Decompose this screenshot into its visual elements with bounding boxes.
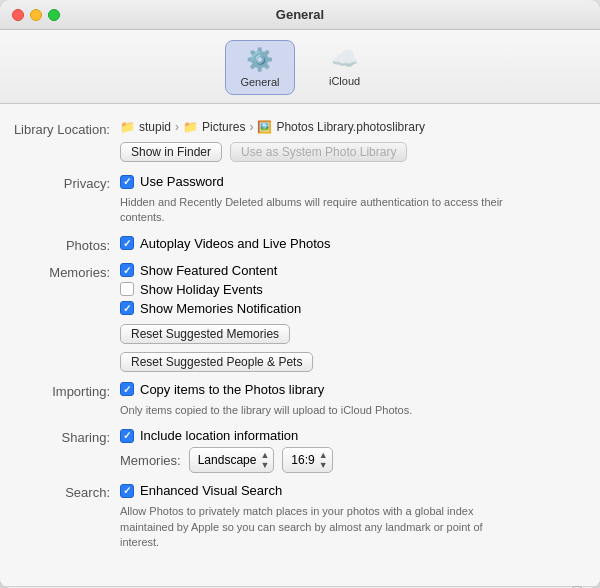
path-folder2: Pictures	[202, 120, 245, 134]
enhanced-search-row: Enhanced Visual Search	[120, 483, 570, 498]
icloud-label: iCloud	[329, 75, 360, 87]
sharing-row: Sharing: Include location information Me…	[10, 428, 570, 473]
settings-content: Library Location: 📁 stupid › 📁 Pictures …	[0, 104, 600, 586]
general-icon: ⚙️	[246, 47, 273, 73]
search-label: Search:	[10, 483, 120, 500]
location-checkbox[interactable]	[120, 429, 134, 443]
importing-content: Copy items to the Photos library Only it…	[120, 382, 570, 418]
traffic-lights	[12, 9, 60, 21]
enhanced-search-checkbox[interactable]	[120, 484, 134, 498]
maximize-button[interactable]	[48, 9, 60, 21]
autoplay-checkbox[interactable]	[120, 236, 134, 250]
holiday-events-checkbox[interactable]	[120, 282, 134, 296]
library-location-label: Library Location:	[10, 120, 120, 137]
landscape-value: Landscape	[198, 453, 257, 467]
copy-items-checkbox[interactable]	[120, 382, 134, 396]
privacy-sub-text: Hidden and Recently Deleted albums will …	[120, 195, 520, 226]
use-password-label: Use Password	[140, 174, 224, 189]
privacy-label: Privacy:	[10, 174, 120, 191]
photos-label: Photos:	[10, 236, 120, 253]
location-label: Include location information	[140, 428, 298, 443]
copy-items-label: Copy items to the Photos library	[140, 382, 324, 397]
path-file: Photos Library.photoslibrary	[276, 120, 425, 134]
memories-notification-row: Show Memories Notification	[120, 301, 570, 316]
close-button[interactable]	[12, 9, 24, 21]
ratio-arrow-icon: ▲▼	[319, 450, 328, 470]
library-file-icon: 🖼️	[257, 120, 272, 134]
title-bar: General	[0, 0, 600, 30]
ratio-value: 16:9	[291, 453, 314, 467]
memories-notification-checkbox[interactable]	[120, 301, 134, 315]
show-in-finder-button[interactable]: Show in Finder	[120, 142, 222, 162]
memories-section-label: Memories:	[10, 263, 120, 280]
memories-notification-label: Show Memories Notification	[140, 301, 301, 316]
reset-memories-wrapper: Reset Suggested Memories	[120, 324, 570, 344]
memories-content: Show Featured Content Show Holiday Event…	[120, 263, 570, 372]
sharing-label: Sharing:	[10, 428, 120, 445]
ratio-select[interactable]: 16:9 ▲▼	[282, 447, 332, 473]
folder-icon: 📁	[120, 120, 135, 134]
importing-sub-text: Only items copied to the library will up…	[120, 403, 520, 418]
reset-suggested-memories-button[interactable]: Reset Suggested Memories	[120, 324, 290, 344]
toolbar: ⚙️ General ☁️ iCloud	[0, 30, 600, 104]
minimize-button[interactable]	[30, 9, 42, 21]
library-path: 📁 stupid › 📁 Pictures › 🖼️ Photos Librar…	[120, 120, 570, 134]
use-as-system-photo-library-button[interactable]: Use as System Photo Library	[230, 142, 407, 162]
library-location-content: 📁 stupid › 📁 Pictures › 🖼️ Photos Librar…	[120, 120, 570, 164]
landscape-select[interactable]: Landscape ▲▼	[189, 447, 275, 473]
search-row: Search: Enhanced Visual Search Allow Pho…	[10, 483, 570, 550]
copy-items-row: Copy items to the Photos library	[120, 382, 570, 397]
reset-suggested-people-button[interactable]: Reset Suggested People & Pets	[120, 352, 313, 372]
photos-row: Photos: Autoplay Videos and Live Photos	[10, 236, 570, 253]
privacy-content: Use Password Hidden and Recently Deleted…	[120, 174, 570, 226]
autoplay-label: Autoplay Videos and Live Photos	[140, 236, 331, 251]
importing-label: Importing:	[10, 382, 120, 399]
featured-content-row: Show Featured Content	[120, 263, 570, 278]
enhanced-search-label: Enhanced Visual Search	[140, 483, 282, 498]
folder-icon-2: 📁	[183, 120, 198, 134]
featured-content-label: Show Featured Content	[140, 263, 277, 278]
location-row: Include location information	[120, 428, 570, 443]
search-content: Enhanced Visual Search Allow Photos to p…	[120, 483, 570, 550]
importing-row: Importing: Copy items to the Photos libr…	[10, 382, 570, 418]
sharing-memories-label: Memories:	[120, 453, 181, 468]
sharing-content: Include location information Memories: L…	[120, 428, 570, 473]
holiday-events-label: Show Holiday Events	[140, 282, 263, 297]
search-sub-text: Allow Photos to privately match places i…	[120, 504, 520, 550]
autoplay-row: Autoplay Videos and Live Photos	[120, 236, 570, 251]
general-label: General	[240, 76, 279, 88]
memories-row: Memories: Show Featured Content Show Hol…	[10, 263, 570, 372]
library-buttons: Show in Finder Use as System Photo Libra…	[120, 142, 570, 162]
path-folder1: stupid	[139, 120, 171, 134]
tab-icloud[interactable]: ☁️ iCloud	[315, 40, 375, 95]
holiday-events-row: Show Holiday Events	[120, 282, 570, 297]
privacy-row: Privacy: Use Password Hidden and Recentl…	[10, 174, 570, 226]
tab-general[interactable]: ⚙️ General	[225, 40, 294, 95]
photos-content: Autoplay Videos and Live Photos	[120, 236, 570, 251]
use-password-row: Use Password	[120, 174, 570, 189]
icloud-icon: ☁️	[331, 46, 358, 72]
window-title: General	[276, 7, 324, 22]
landscape-arrow-icon: ▲▼	[260, 450, 269, 470]
library-location-row: Library Location: 📁 stupid › 📁 Pictures …	[10, 120, 570, 164]
reset-people-wrapper: Reset Suggested People & Pets	[120, 352, 570, 372]
use-password-checkbox[interactable]	[120, 175, 134, 189]
sharing-memories-row: Memories: Landscape ▲▼ 16:9 ▲▼	[120, 447, 570, 473]
featured-content-checkbox[interactable]	[120, 263, 134, 277]
